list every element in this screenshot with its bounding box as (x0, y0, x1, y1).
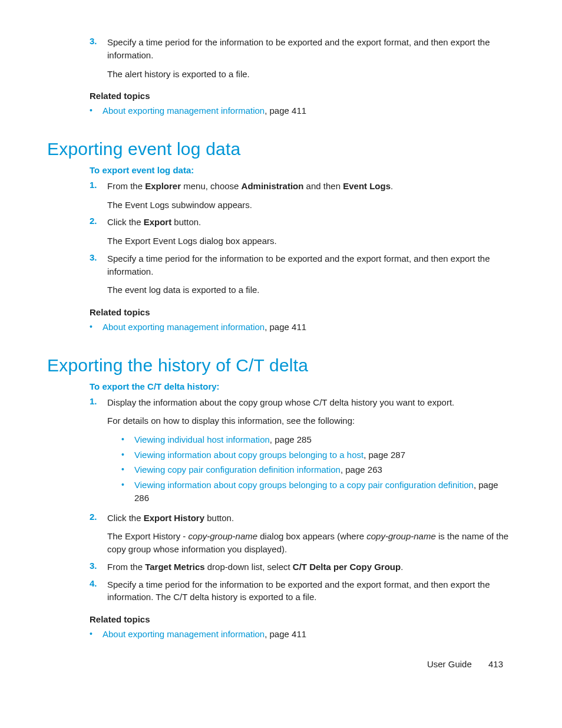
step-number: 1. (90, 180, 107, 190)
link-about-exporting[interactable]: About exporting management information (103, 629, 265, 639)
step-text: Specify a time period for the informatio… (107, 578, 515, 604)
step-text: For details on how to display this infor… (107, 414, 515, 427)
step-text: Specify a time period for the informatio… (107, 252, 515, 278)
related-topics-heading: Related topics (90, 307, 515, 317)
bullet-icon: • (121, 463, 134, 476)
step-2: 2. Click the Export History button. The … (90, 512, 515, 556)
page-ref: , page 263 (340, 465, 382, 475)
step-number: 4. (90, 578, 107, 588)
step-text: From the Explorer menu, choose Administr… (107, 180, 515, 193)
link-about-exporting[interactable]: About exporting management information (103, 322, 265, 332)
page-ref: , page 411 (265, 322, 306, 332)
step-result: The Export History - copy-group-name dia… (107, 530, 515, 556)
step-text: Specify a time period for the informatio… (107, 36, 515, 62)
info-link-item: • Viewing information about copy groups … (121, 449, 515, 462)
bullet-icon: • (90, 321, 103, 333)
page-ref: , page 287 (363, 450, 405, 460)
link-viewing-host-info[interactable]: Viewing individual host information (134, 434, 270, 444)
event-log-steps: 1. From the Explorer menu, choose Admini… (90, 180, 515, 297)
info-link-item: • Viewing information about copy groups … (121, 479, 515, 505)
bullet-icon: • (121, 449, 134, 461)
step-text: Click the Export button. (107, 216, 515, 229)
step-2: 2. Click the Export button. The Export E… (90, 216, 515, 248)
related-topics-list: • About exporting management information… (90, 628, 515, 641)
related-topics-list: • About exporting management information… (90, 321, 515, 334)
step-number: 2. (90, 512, 107, 522)
step-text: From the Target Metrics drop-down list, … (107, 561, 515, 574)
procedure-intro: To export the C/T delta history: (90, 381, 515, 391)
page-ref: , page 411 (265, 106, 306, 116)
info-link-item: • Viewing individual host information, p… (121, 433, 515, 447)
ct-delta-steps: 1. Display the information about the cop… (90, 396, 515, 604)
step-3: 3. Specify a time period for the informa… (90, 252, 515, 297)
info-links-list: • Viewing individual host information, p… (121, 433, 515, 505)
step-number: 2. (90, 216, 107, 226)
step-result: The event log data is exported to a file… (107, 284, 515, 297)
related-topic-item: • About exporting management information… (90, 104, 515, 118)
page-number: 413 (488, 659, 503, 669)
bullet-icon: • (121, 433, 134, 446)
link-viewing-copy-groups-host[interactable]: Viewing information about copy groups be… (134, 450, 363, 460)
related-topics-list: • About exporting management information… (90, 104, 515, 118)
procedure-intro: To export event log data: (90, 165, 515, 175)
related-topics-heading: Related topics (90, 91, 515, 101)
link-viewing-copy-pair-config[interactable]: Viewing copy pair configuration definiti… (134, 465, 340, 475)
step-text: Click the Export History button. (107, 512, 515, 525)
step-number: 3. (90, 561, 107, 571)
bullet-icon: • (90, 628, 103, 640)
step-number: 1. (90, 396, 107, 406)
related-topics-heading: Related topics (90, 614, 515, 624)
related-topic-item: • About exporting management information… (90, 321, 515, 334)
step-number: 3. (90, 36, 107, 46)
step-3: 3. From the Target Metrics drop-down lis… (90, 561, 515, 574)
prev-step-3: 3. Specify a time period for the informa… (90, 36, 515, 80)
page-ref: , page 411 (265, 629, 306, 639)
heading-exporting-event-log: Exporting event log data (47, 139, 515, 159)
step-1: 1. Display the information about the cop… (90, 396, 515, 507)
page-footer: User Guide 413 (427, 659, 503, 669)
step-result: The Event Logs subwindow appears. (107, 199, 515, 212)
info-link-item: • Viewing copy pair configuration defini… (121, 463, 515, 477)
bullet-icon: • (90, 104, 103, 117)
link-about-exporting[interactable]: About exporting management information (103, 106, 265, 116)
step-4: 4. Specify a time period for the informa… (90, 578, 515, 604)
step-result: The Export Event Logs dialog box appears… (107, 235, 515, 248)
page-ref: , page 285 (270, 434, 312, 444)
step-1: 1. From the Explorer menu, choose Admini… (90, 180, 515, 212)
step-text: Display the information about the copy g… (107, 396, 515, 409)
prev-steps-list: 3. Specify a time period for the informa… (90, 36, 515, 80)
footer-label: User Guide (427, 659, 472, 669)
related-topic-item: • About exporting management information… (90, 628, 515, 641)
bullet-icon: • (121, 479, 134, 491)
link-viewing-copy-groups-definition[interactable]: Viewing information about copy groups be… (134, 480, 474, 490)
heading-exporting-ct-delta: Exporting the history of C/T delta (47, 355, 515, 375)
step-number: 3. (90, 252, 107, 262)
document-page: 3. Specify a time period for the informa… (0, 0, 562, 704)
step-result: The alert history is exported to a file. (107, 68, 515, 81)
